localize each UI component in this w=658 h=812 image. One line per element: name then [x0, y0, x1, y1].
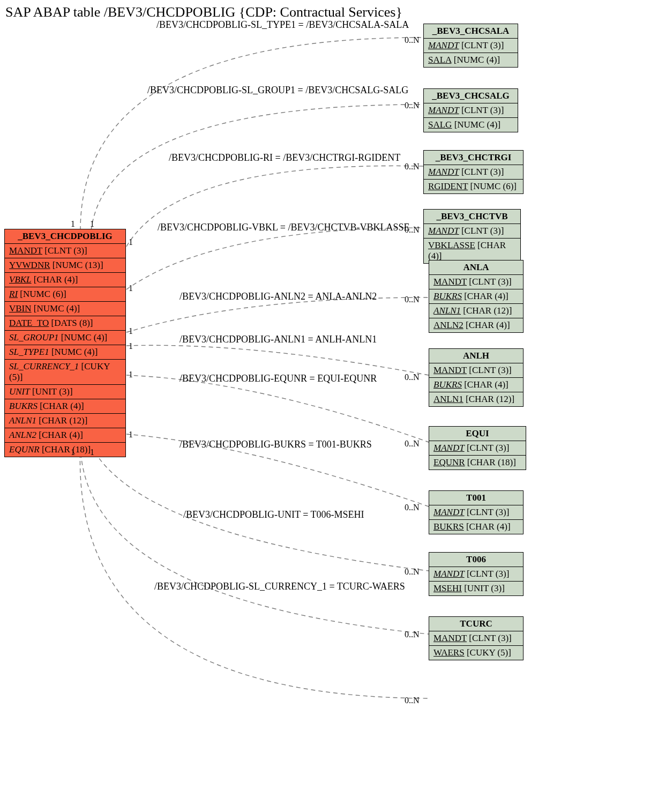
cardinality-right: 0..N: [405, 630, 420, 639]
field-row: ANLN1 [CHAR (12)]: [5, 414, 125, 428]
field-row: MANDT [CLNT (3)]: [429, 363, 523, 378]
field-row: RI [NUMC (6)]: [5, 287, 125, 302]
field-row: ANLN1 [CHAR (12)]: [429, 392, 523, 406]
entity-main: _BEV3_CHCDPOBLIG MANDT [CLNT (3)]YVWDNR …: [4, 229, 126, 457]
field-row: SALG [NUMC (4)]: [424, 118, 518, 132]
relation-label: /BEV3/CHCDPOBLIG-ANLN2 = ANLA-ANLN2: [180, 291, 377, 302]
field-row: MANDT [CLNT (3)]: [429, 631, 523, 646]
cardinality-right: 0..N: [405, 503, 420, 512]
cardinality-left: 1: [71, 219, 75, 229]
cardinality-right: 0..N: [405, 295, 420, 304]
cardinality-left: 1: [129, 341, 133, 351]
cardinality-right: 0..N: [405, 439, 420, 449]
field-row: BUKRS [CHAR (4)]: [429, 520, 523, 534]
field-row: SL_CURRENCY_1 [CUKY (5)]: [5, 360, 125, 385]
field-row: YVWDNR [NUMC (13)]: [5, 258, 125, 273]
relation-label: /BEV3/CHCDPOBLIG-VBKL = /BEV3/CHCTVB-VBK…: [158, 222, 410, 233]
entity-ref: T006MANDT [CLNT (3)]MSEHI [UNIT (3)]: [429, 552, 524, 596]
relation-label: /BEV3/CHCDPOBLIG-BUKRS = T001-BUKRS: [180, 439, 372, 450]
field-row: MANDT [CLNT (3)]: [429, 505, 523, 520]
entity-ref: _BEV3_CHCTVBMANDT [CLNT (3)]VBKLASSE [CH…: [423, 209, 521, 264]
field-row: BUKRS [CHAR (4)]: [429, 289, 523, 304]
field-row: MANDT [CLNT (3)]: [424, 103, 518, 118]
diagram-title: SAP ABAP table /BEV3/CHCDPOBLIG {CDP: Co…: [5, 4, 402, 20]
field-row: BUKRS [CHAR (4)]: [5, 399, 125, 414]
field-row: UNIT [UNIT (3)]: [5, 385, 125, 399]
field-row: SL_TYPE1 [NUMC (4)]: [5, 345, 125, 360]
field-row: RGIDENT [NUMC (6)]: [424, 180, 523, 193]
entity-ref: T001MANDT [CLNT (3)]BUKRS [CHAR (4)]: [429, 490, 524, 534]
entity-ref-header: _BEV3_CHCSALG: [424, 89, 518, 103]
cardinality-left: 1: [90, 448, 94, 457]
entity-main-header: _BEV3_CHCDPOBLIG: [5, 229, 125, 244]
cardinality-right: 0..N: [405, 373, 420, 382]
entity-ref-header: _BEV3_CHCTRGI: [424, 151, 523, 165]
cardinality-left: 1: [71, 448, 75, 457]
cardinality-left: 1: [90, 219, 94, 229]
cardinality-left: 1: [129, 430, 133, 439]
entity-ref-header: TCURC: [429, 617, 523, 631]
field-row: DATE_TO [DATS (8)]: [5, 316, 125, 331]
field-row: BUKRS [CHAR (4)]: [429, 378, 523, 392]
field-row: MSEHI [UNIT (3)]: [429, 582, 523, 595]
entity-ref-header: ANLA: [429, 260, 523, 275]
relation-label: /BEV3/CHCDPOBLIG-RI = /BEV3/CHCTRGI-RGID…: [169, 152, 400, 163]
relation-label: /BEV3/CHCDPOBLIG-SL_TYPE1 = /BEV3/CHCSAL…: [156, 19, 409, 31]
entity-ref: _BEV3_CHCSALGMANDT [CLNT (3)]SALG [NUMC …: [423, 88, 518, 132]
cardinality-right: 0..N: [405, 567, 420, 577]
field-row: MANDT [CLNT (3)]: [424, 39, 518, 53]
entity-ref: _BEV3_CHCSALAMANDT [CLNT (3)]SALA [NUMC …: [423, 24, 518, 68]
cardinality-right: 0..N: [405, 35, 420, 45]
cardinality-left: 1: [129, 237, 133, 247]
cardinality-right: 0..N: [405, 162, 420, 172]
entity-ref: ANLHMANDT [CLNT (3)]BUKRS [CHAR (4)]ANLN…: [429, 348, 524, 407]
cardinality-left: 1: [129, 326, 133, 336]
field-row: MANDT [CLNT (3)]: [429, 567, 523, 582]
entity-ref: ANLAMANDT [CLNT (3)]BUKRS [CHAR (4)]ANLN…: [429, 260, 524, 333]
field-row: VBIN [NUMC (4)]: [5, 302, 125, 316]
entity-ref-header: EQUI: [429, 427, 526, 441]
relation-label: /BEV3/CHCDPOBLIG-UNIT = T006-MSEHI: [183, 509, 364, 520]
entity-ref-header: T001: [429, 491, 523, 505]
entity-ref-header: _BEV3_CHCTVB: [424, 210, 520, 224]
field-row: ANLN2 [CHAR (4)]: [5, 428, 125, 443]
cardinality-right: 0..N: [405, 101, 420, 110]
entity-ref: EQUIMANDT [CLNT (3)]EQUNR [CHAR (18)]: [429, 426, 526, 470]
field-row: ANLN2 [CHAR (4)]: [429, 318, 523, 332]
field-row: EQUNR [CHAR (18)]: [5, 443, 125, 457]
field-row: EQUNR [CHAR (18)]: [429, 456, 526, 470]
field-row: WAERS [CUKY (5)]: [429, 646, 523, 660]
relation-label: /BEV3/CHCDPOBLIG-EQUNR = EQUI-EQUNR: [180, 373, 377, 384]
entity-ref-header: ANLH: [429, 349, 523, 363]
cardinality-left: 1: [129, 284, 133, 293]
field-row: MANDT [CLNT (3)]: [429, 275, 523, 289]
field-row: SALA [NUMC (4)]: [424, 53, 518, 67]
field-row: MANDT [CLNT (3)]: [5, 244, 125, 258]
field-row: MANDT [CLNT (3)]: [424, 165, 523, 180]
field-row: ANLN1 [CHAR (12)]: [429, 304, 523, 318]
field-row: MANDT [CLNT (3)]: [424, 224, 520, 239]
cardinality-right: 0..N: [405, 225, 420, 235]
entity-ref-header: T006: [429, 553, 523, 567]
field-row: MANDT [CLNT (3)]: [429, 441, 526, 456]
cardinality-left: 1: [129, 370, 133, 379]
entity-ref-header: _BEV3_CHCSALA: [424, 24, 518, 39]
entity-ref: TCURCMANDT [CLNT (3)]WAERS [CUKY (5)]: [429, 616, 524, 660]
field-row: VBKL [CHAR (4)]: [5, 273, 125, 287]
relation-label: /BEV3/CHCDPOBLIG-ANLN1 = ANLH-ANLN1: [180, 334, 377, 345]
cardinality-right: 0..N: [405, 696, 420, 705]
entity-ref: _BEV3_CHCTRGIMANDT [CLNT (3)]RGIDENT [NU…: [423, 150, 524, 194]
relation-label: /BEV3/CHCDPOBLIG-SL_GROUP1 = /BEV3/CHCSA…: [147, 85, 408, 96]
field-row: SL_GROUP1 [NUMC (4)]: [5, 331, 125, 345]
relation-label: /BEV3/CHCDPOBLIG-SL_CURRENCY_1 = TCURC-W…: [154, 581, 405, 592]
